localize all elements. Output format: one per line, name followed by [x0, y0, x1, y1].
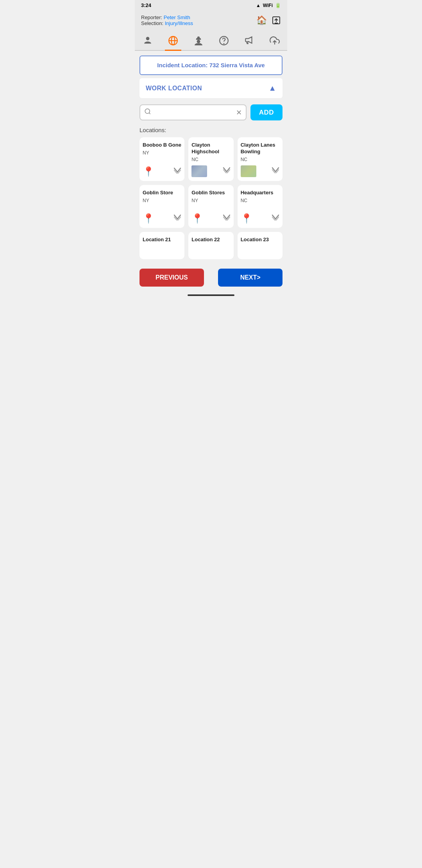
tab-question[interactable] — [216, 33, 232, 51]
locations-label: Locations: — [139, 127, 283, 133]
header-icons: 🏠 — [256, 15, 281, 25]
home-button[interactable]: 🏠 — [256, 15, 267, 25]
location-card-booboo-b-gone[interactable]: Booboo B Gone NY 📍 — [139, 137, 184, 181]
next-button[interactable]: NEXT> — [218, 269, 283, 287]
location-name: Location 21 — [143, 237, 171, 243]
bottom-nav: PREVIOUS NEXT> — [135, 264, 287, 291]
card-bottom: 📍 — [143, 213, 181, 224]
pin-icon: 📍 — [143, 213, 154, 224]
chevron-down-icon — [223, 214, 231, 222]
svg-point-3 — [146, 37, 149, 40]
search-icon — [144, 108, 151, 117]
location-card-headquarters[interactable]: Headquarters NC 📍 — [238, 185, 283, 228]
location-state: NY — [143, 198, 149, 203]
work-location-title: WORK LOCATION — [146, 85, 202, 92]
reporter-line: Reporter: Peter Smith — [141, 14, 193, 20]
battery-icon: 🔋 — [275, 3, 281, 8]
card-bottom: 📍 — [191, 213, 230, 224]
pin-icon: 📍 — [191, 213, 203, 224]
location-state: NY — [191, 198, 198, 203]
svg-point-7 — [197, 40, 200, 43]
search-row: ✕ ADD — [139, 104, 283, 120]
location-card-goblin-store[interactable]: Goblin Store NY 📍 — [139, 185, 184, 228]
main-content: ✕ ADD Locations: Booboo B Gone NY 📍 Clay… — [135, 100, 287, 264]
tab-megaphone[interactable] — [241, 33, 257, 51]
tab-worker[interactable] — [190, 33, 207, 51]
location-card-clayton-highschool[interactable]: Clayton Highschool NC — [188, 137, 233, 181]
location-name: Booboo B Gone — [143, 142, 181, 149]
header-info: Reporter: Peter Smith Selection: Injury/… — [141, 14, 193, 26]
reporter-name: Peter Smith — [164, 14, 190, 20]
location-name: Goblin Store — [143, 190, 173, 196]
search-container: ✕ — [139, 104, 247, 120]
location-card-clayton-lanes-bowling[interactable]: Clayton Lanes Bowling NC — [238, 137, 283, 181]
clear-icon[interactable]: ✕ — [236, 108, 242, 117]
location-name: Clayton Lanes Bowling — [241, 142, 279, 155]
chevron-down-icon — [272, 167, 279, 175]
location-name: Location 23 — [241, 237, 269, 243]
selection-value: Injury/Illness — [165, 20, 193, 26]
location-state: NY — [143, 150, 149, 156]
home-indicator — [135, 291, 287, 298]
chevron-down-icon — [173, 167, 181, 176]
location-state: NC — [241, 157, 247, 162]
svg-point-9 — [224, 43, 224, 44]
card-bottom: 📍 — [143, 166, 181, 177]
pin-icon: 📍 — [241, 213, 252, 224]
locations-grid: Booboo B Gone NY 📍 Clayton Highschool NC — [139, 137, 283, 259]
chevron-down-icon — [223, 167, 231, 175]
previous-button[interactable]: PREVIOUS — [139, 269, 204, 287]
location-card-goblin-stores[interactable]: Goblin Stores NY 📍 — [188, 185, 233, 228]
status-time: 3:24 — [141, 2, 151, 8]
location-name: Clayton Highschool — [191, 142, 230, 155]
location-thumbnail — [191, 165, 207, 177]
location-name: Headquarters — [241, 190, 274, 196]
location-card-location-23[interactable]: Location 23 — [238, 232, 283, 259]
location-card-location-21[interactable]: Location 21 — [139, 232, 184, 259]
svg-point-11 — [145, 109, 150, 113]
nav-tabs — [135, 31, 287, 51]
incident-banner: Incident Location: 732 Sierra Vista Ave — [139, 56, 283, 75]
location-state: NC — [241, 198, 247, 203]
location-state: NC — [191, 157, 198, 162]
card-bottom — [191, 165, 230, 177]
collapse-icon: ▲ — [268, 84, 276, 93]
status-icons: ▲ WiFi 🔋 — [256, 3, 281, 8]
location-thumbnail — [241, 165, 256, 177]
status-bar: 3:24 ▲ WiFi 🔋 — [135, 0, 287, 11]
chevron-down-icon — [173, 214, 181, 222]
signal-icon: ▲ — [256, 3, 261, 8]
location-card-location-22[interactable]: Location 22 — [188, 232, 233, 259]
search-input[interactable] — [154, 105, 236, 120]
location-name: Location 22 — [191, 237, 220, 243]
wifi-icon: WiFi — [263, 3, 273, 8]
card-bottom — [241, 165, 279, 177]
work-location-section[interactable]: WORK LOCATION ▲ — [139, 78, 283, 98]
chevron-down-icon — [272, 214, 279, 222]
selection-label: Selection: — [141, 20, 163, 26]
selection-line: Selection: Injury/Illness — [141, 20, 193, 26]
tab-upload[interactable] — [266, 33, 283, 51]
incident-location-text: Incident Location: 732 Sierra Vista Ave — [157, 62, 265, 68]
svg-line-12 — [149, 113, 150, 114]
export-button[interactable] — [272, 16, 281, 25]
location-name: Goblin Stores — [191, 190, 225, 196]
add-button[interactable]: ADD — [250, 104, 283, 120]
header: Reporter: Peter Smith Selection: Injury/… — [135, 11, 287, 31]
reporter-label: Reporter: — [141, 14, 162, 20]
tab-globe[interactable] — [165, 33, 181, 51]
card-bottom: 📍 — [241, 213, 279, 224]
home-bar — [188, 294, 234, 296]
pin-icon: 📍 — [143, 166, 154, 177]
tab-person[interactable] — [139, 33, 156, 51]
